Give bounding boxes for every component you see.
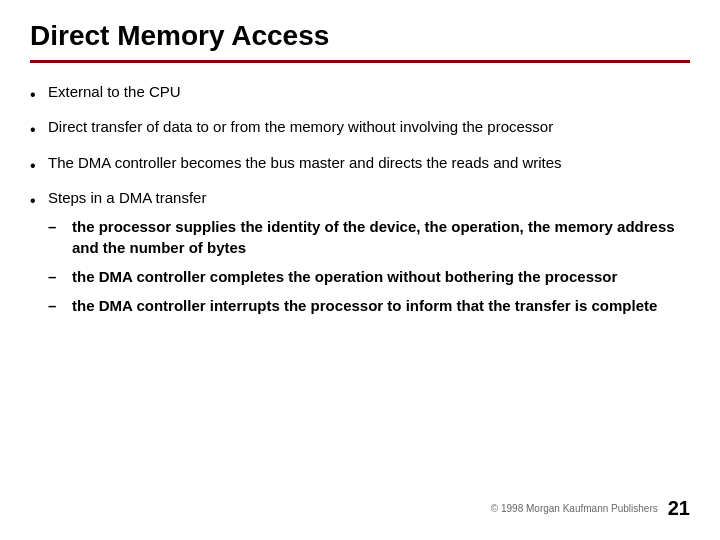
dash-icon-2: – xyxy=(48,266,62,287)
content-area: • External to the CPU • Direct transfer … xyxy=(30,81,690,489)
list-item: – the DMA controller interrupts the proc… xyxy=(48,295,690,316)
sub-bullet-text-2: the DMA controller completes the operati… xyxy=(72,266,690,287)
bullet-4-label: Steps in a DMA transfer xyxy=(48,189,206,206)
list-item: • Direct transfer of data to or from the… xyxy=(30,116,690,141)
bullet-text-1: External to the CPU xyxy=(48,81,690,102)
list-item: – the processor supplies the identity of… xyxy=(48,216,690,258)
footer: © 1998 Morgan Kaufmann Publishers 21 xyxy=(30,497,690,520)
list-item: • External to the CPU xyxy=(30,81,690,106)
slide-title: Direct Memory Access xyxy=(30,20,690,52)
title-section: Direct Memory Access xyxy=(30,20,690,63)
sub-bullet-text-3: the DMA controller interrupts the proces… xyxy=(72,295,690,316)
slide: Direct Memory Access • External to the C… xyxy=(0,0,720,540)
dash-icon-1: – xyxy=(48,216,62,237)
bullet-dot-4: • xyxy=(30,190,38,212)
dash-icon-3: – xyxy=(48,295,62,316)
bullet-text-3: The DMA controller becomes the bus maste… xyxy=(48,152,690,173)
list-item: • Steps in a DMA transfer – the processo… xyxy=(30,187,690,316)
bullet-dot-1: • xyxy=(30,84,38,106)
list-item: • The DMA controller becomes the bus mas… xyxy=(30,152,690,177)
sub-bullets: – the processor supplies the identity of… xyxy=(48,216,690,316)
sub-bullet-text-1: the processor supplies the identity of t… xyxy=(72,216,690,258)
list-item: – the DMA controller completes the opera… xyxy=(48,266,690,287)
bullet-text-2: Direct transfer of data to or from the m… xyxy=(48,116,690,137)
bullet-dot-3: • xyxy=(30,155,38,177)
page-number: 21 xyxy=(668,497,690,520)
bullet-text-4: Steps in a DMA transfer – the processor … xyxy=(48,187,690,316)
copyright-text: © 1998 Morgan Kaufmann Publishers xyxy=(491,503,658,514)
bullet-dot-2: • xyxy=(30,119,38,141)
